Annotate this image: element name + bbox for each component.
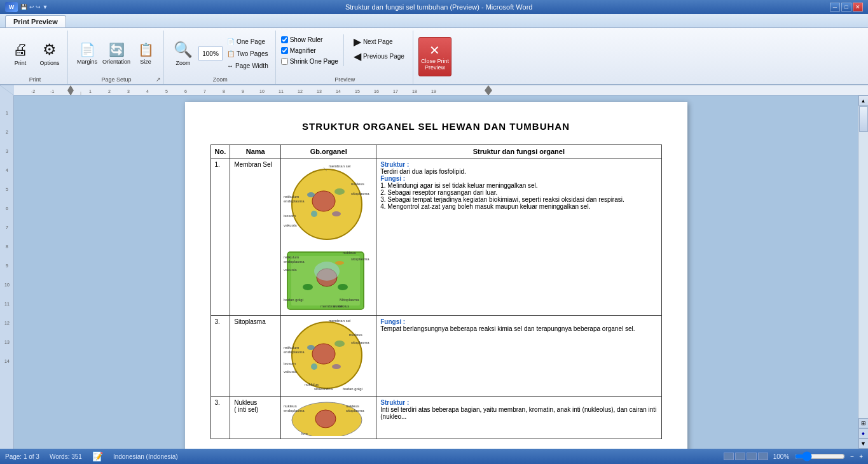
struktur-text-3: Inti sel terdiri atas beberapa bagian, y… xyxy=(380,406,656,420)
fungsi-item-1-3: 3. Sebagai tempat terjadinya kegiatan bi… xyxy=(380,196,624,203)
svg-text:13: 13 xyxy=(317,89,322,94)
svg-text:endoplasma: endoplasma xyxy=(284,409,305,412)
svg-text:membran sel: membran sel xyxy=(329,319,351,323)
document-title: STRUKTUR ORGANEL SEL HEWAN DAN TUMBUHAN xyxy=(210,121,662,132)
cell-image-2: membran sel nukleus sitoplasma retikulum… xyxy=(281,316,376,397)
cell-diagram-2: membran sel nukleus sitoplasma retikulum… xyxy=(282,317,371,393)
nav-col: ▶ Next Page ◀ Previous Page xyxy=(349,34,409,63)
scrollbar-vertical: ▲ ⊞ ● ▼ xyxy=(858,95,868,449)
checkboxes-col: Show Ruler Magnifier Shrink One Page xyxy=(281,34,338,66)
svg-text:12: 12 xyxy=(4,321,10,325)
margins-button[interactable]: 📄 Margins xyxy=(73,35,101,72)
scroll-select-btn[interactable]: ⊞ xyxy=(858,418,869,428)
svg-text:4: 4 xyxy=(6,168,8,172)
svg-text:2: 2 xyxy=(6,130,8,134)
view-outline-icon[interactable] xyxy=(747,453,757,460)
fungsi-label-2: Fungsi : xyxy=(380,318,405,325)
header-nama: Nama xyxy=(230,145,281,158)
ruler-corner-icon xyxy=(0,85,14,95)
print-button[interactable]: 🖨 Print xyxy=(6,35,34,72)
svg-text:8: 8 xyxy=(223,89,225,94)
zoom-button[interactable]: 🔍 Zoom xyxy=(169,35,197,72)
svg-text:18: 18 xyxy=(412,89,417,94)
page-width-button[interactable]: ↔ Page Width xyxy=(224,60,272,71)
page-setup-expander[interactable]: ↗ xyxy=(156,76,162,83)
ribbon: 🖨 Print ⚙ Options Print 📄 Margins 🔄 Orie… xyxy=(0,28,868,85)
svg-point-51 xyxy=(311,211,317,217)
svg-text:14: 14 xyxy=(336,89,341,94)
view-layout-icon[interactable] xyxy=(735,453,745,460)
one-page-icon: 📄 xyxy=(227,38,235,45)
indent-marker-right xyxy=(485,85,492,95)
ruler-corner xyxy=(0,85,14,95)
size-icon: 📋 xyxy=(138,42,154,57)
prev-page-button[interactable]: ◀ Previous Page xyxy=(349,49,409,63)
svg-text:vakuola: vakuola xyxy=(284,268,297,272)
next-page-button[interactable]: ▶ Next Page xyxy=(349,34,409,48)
close-print-preview-button[interactable]: ✕ Close Print Preview xyxy=(418,37,451,76)
view-icons xyxy=(724,453,768,460)
magnifier-checkbox[interactable] xyxy=(281,47,288,54)
ribbon-group-close: ✕ Close Print Preview xyxy=(415,31,455,84)
zoom-out-icon[interactable]: − xyxy=(850,453,854,460)
close-group-label xyxy=(418,81,451,84)
show-ruler-checkbox[interactable] xyxy=(281,36,288,43)
svg-text:nuklolus: nuklolus xyxy=(305,383,319,386)
cell-diagram-1: membran sel nukleus sitoplasma retikulum… xyxy=(282,160,371,313)
svg-text:1: 1 xyxy=(89,89,92,94)
fungsi-item-1-2: 2. Sebagai reseptor rangsangan dari luar… xyxy=(380,189,497,196)
close-btn[interactable]: ✕ xyxy=(853,3,863,11)
orientation-button[interactable]: 🔄 Orientation xyxy=(102,35,130,72)
ruler-area: -2-1 12 34 56 78 910 1112 1314 1516 1718… xyxy=(0,85,868,95)
ribbon-group-page-setup: 📄 Margins 🔄 Orientation 📋 Size Page Setu… xyxy=(69,31,164,84)
page-setup-content: 📄 Margins 🔄 Orientation 📋 Size xyxy=(73,32,160,75)
two-pages-button[interactable]: 📋 Two Pages xyxy=(224,48,272,59)
scroll-down-btn[interactable]: ▼ xyxy=(858,439,869,449)
scroll-track[interactable] xyxy=(858,106,869,418)
preview-group-label: Preview xyxy=(281,75,409,84)
svg-text:endoplasma: endoplasma xyxy=(284,260,305,264)
tab-print-preview[interactable]: Print Preview xyxy=(5,15,66,27)
options-button[interactable]: ⚙ Options xyxy=(36,35,64,72)
svg-text:retikulum: retikulum xyxy=(284,195,299,199)
svg-point-67 xyxy=(335,261,344,265)
statusbar: Page: 1 of 3 Words: 351 📝 Indonesian (In… xyxy=(0,449,868,464)
restore-btn[interactable]: □ xyxy=(841,3,851,11)
one-page-button[interactable]: 📄 One Page xyxy=(224,36,272,47)
svg-text:sitoplasma: sitoplasma xyxy=(351,257,369,261)
svg-text:Mitoplasma: Mitoplasma xyxy=(340,298,359,302)
zoom-value: 100% xyxy=(198,46,223,60)
svg-text:sitoplasma: sitoplasma xyxy=(346,409,364,412)
svg-text:nukleus: nukleus xyxy=(284,404,297,408)
svg-text:sitoplasma: sitoplasma xyxy=(351,341,369,344)
svg-text:2: 2 xyxy=(108,89,111,94)
table-header-row: No. Nama Gb.organel Struktur dan fungsi … xyxy=(210,145,661,158)
scroll-thumb[interactable] xyxy=(859,106,868,132)
svg-marker-26 xyxy=(67,85,74,90)
scroll-bottom-controls: ⊞ ● ▼ xyxy=(858,418,869,449)
view-normal-icon[interactable] xyxy=(724,453,734,460)
scroll-prev-dot[interactable]: ● xyxy=(858,428,869,439)
view-reading-icon[interactable] xyxy=(758,453,768,460)
svg-point-79 xyxy=(312,344,335,364)
cell-content-1: Struktur : Terdiri dari dua lapis fosfol… xyxy=(376,158,661,316)
shrink-one-page-checkbox[interactable] xyxy=(281,58,288,65)
svg-marker-28 xyxy=(485,85,492,90)
ruler-svg: -2-1 12 34 56 78 910 1112 1314 1516 1718… xyxy=(14,85,868,95)
ribbon-group-print: 🖨 Print ⚙ Options Print xyxy=(3,31,68,84)
size-button[interactable]: 📋 Size xyxy=(132,35,160,72)
zoom-options-col: 📄 One Page 📋 Two Pages ↔ Page Width xyxy=(224,36,272,71)
zoom-slider[interactable] xyxy=(794,451,845,461)
svg-text:4: 4 xyxy=(146,89,149,94)
struktur-label-3: Struktur : xyxy=(380,399,409,406)
document-page: STRUKTUR ORGANEL SEL HEWAN DAN TUMBUHAN … xyxy=(185,102,687,449)
zoom-in-icon[interactable]: + xyxy=(859,453,863,460)
svg-point-49 xyxy=(307,192,315,197)
scroll-up-btn[interactable]: ▲ xyxy=(858,95,869,106)
word-count: Words: 351 xyxy=(50,453,82,460)
svg-point-50 xyxy=(332,211,341,216)
svg-text:16: 16 xyxy=(374,89,379,94)
svg-point-82 xyxy=(332,364,341,369)
next-page-icon: ▶ xyxy=(354,36,361,48)
minimize-btn[interactable]: ─ xyxy=(830,3,840,11)
